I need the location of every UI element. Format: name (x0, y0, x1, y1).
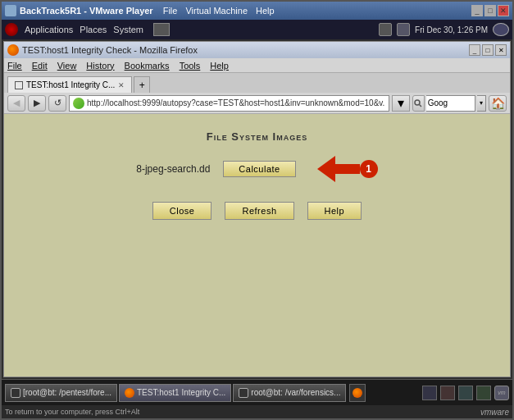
taskbar-label-1: TEST:host1 Integrity C... (137, 388, 225, 397)
ff-menubar: File Edit View History Bookmarks Tools H… (4, 58, 510, 73)
taskbar-item-0[interactable]: [root@bt: /pentest/fore... (5, 384, 117, 402)
close-button[interactable]: ✕ (498, 5, 509, 16)
tab-label: TEST:host1 Integrity C... (26, 80, 115, 89)
search-bar: ▾ (412, 95, 486, 112)
ff-tab-active[interactable]: TEST:host1 Integrity C... ✕ (7, 76, 132, 93)
tab-loading-icon (15, 81, 23, 89)
search-input[interactable] (426, 95, 475, 112)
ff-menu-file[interactable]: File (7, 61, 22, 71)
ff-toolbar: ◀ ▶ ↺ http://localhost:9999/autopsy?case… (4, 93, 510, 114)
taskbar-label-2: root@bt: /var/forensics... (251, 388, 340, 397)
tab-close-icon[interactable]: ✕ (118, 81, 125, 89)
calculate-button[interactable]: Calculate (223, 161, 295, 177)
bt-logo-icon (5, 23, 18, 36)
sys-icon-1 (422, 386, 437, 400)
refresh-button[interactable]: Refresh (225, 202, 293, 220)
sys-icon-4 (476, 386, 491, 400)
maximize-button[interactable]: □ (484, 5, 496, 16)
datetime-display: Fri Dec 30, 1:26 PM (415, 25, 488, 34)
image-row: 8-jpeg-search.dd Calculate 1 (136, 156, 377, 182)
dropdown-button[interactable]: ▾ (392, 95, 410, 112)
ff-menu-bookmarks[interactable]: Bookmarks (125, 61, 170, 71)
search-dropdown-button[interactable]: ▾ (477, 95, 486, 112)
network-icon (379, 23, 392, 36)
firefox-taskbar-icon[interactable] (349, 384, 366, 402)
arrow-annotation: 1 (317, 156, 378, 182)
action-buttons-row: Close Refresh Help (152, 202, 362, 220)
vmware-titlebar: BackTrack5R1 - VMware Player File Virtua… (2, 2, 512, 20)
user-icon (493, 23, 509, 36)
back-button[interactable]: ◀ (7, 95, 25, 112)
linux-taskbar: Applications Places System Fri Dec 30, 1… (2, 20, 512, 39)
taskbar-right: vm (422, 386, 509, 400)
firefox-window: TEST:host1 Integrity Check - Mozilla Fir… (3, 41, 511, 377)
vmware-menu-help[interactable]: Help (256, 6, 275, 16)
taskbar-item-1[interactable]: TEST:host1 Integrity C... (119, 384, 231, 402)
forward-button[interactable]: ▶ (28, 95, 46, 112)
mail-icon (397, 23, 410, 36)
vmware-title: BackTrack5R1 - VMware Player (20, 6, 153, 16)
search-svg (414, 99, 422, 107)
vmware-branding: vmware (480, 408, 509, 417)
vmware-menus: File Virtual Machine Help (163, 6, 275, 16)
svg-point-0 (415, 100, 420, 105)
ff-menu-help[interactable]: Help (210, 61, 229, 71)
ff-window-controls: _ □ ✕ (469, 44, 507, 56)
arrow-shaft (335, 164, 360, 174)
vmware-icon (5, 5, 16, 16)
vmware-icon-label: vm (498, 390, 505, 395)
ff-title-text: TEST:host1 Integrity Check - Mozilla Fir… (22, 45, 198, 55)
window-controls: _ □ ✕ (471, 5, 509, 16)
taskbar-item-2[interactable]: root@bt: /var/forensics... (233, 384, 346, 402)
places-menu[interactable]: Places (80, 25, 107, 34)
terminal-icon-2 (239, 388, 248, 398)
url-bar[interactable]: http://localhost:9999/autopsy?case=TEST&… (69, 95, 389, 112)
url-text: http://localhost:9999/autopsy?case=TEST&… (87, 98, 385, 107)
ff-maximize-button[interactable]: □ (482, 44, 494, 56)
page-title: File System Images (207, 130, 307, 143)
home-button[interactable]: 🏠 (489, 95, 507, 112)
ff-menu-view[interactable]: View (57, 61, 77, 71)
vmware-window: BackTrack5R1 - VMware Player File Virtua… (0, 0, 514, 420)
status-bar: To return to your computer, press Ctrl+A… (2, 405, 512, 418)
ff-icon-1 (125, 388, 134, 398)
vmware-menu-file[interactable]: File (163, 6, 178, 16)
applications-menu[interactable]: Applications (25, 25, 73, 34)
terminal-icon[interactable] (153, 23, 170, 36)
sys-icon-3 (458, 386, 473, 400)
taskbar-label-0: [root@bt: /pentest/fore... (23, 388, 111, 397)
vmware-menu-vm[interactable]: Virtual Machine (185, 6, 248, 16)
ff-menu-history[interactable]: History (86, 61, 114, 71)
firefox-icon (7, 44, 19, 56)
linux-bottom-taskbar: [root@bt: /pentest/fore... TEST:host1 In… (2, 379, 512, 405)
ff-close-button[interactable]: ✕ (495, 44, 507, 56)
system-menu[interactable]: System (113, 25, 143, 34)
linux-bar-right: Fri Dec 30, 1:26 PM (379, 23, 509, 36)
ff-tabs: TEST:host1 Integrity C... ✕ + (4, 73, 510, 93)
titlebar-left: BackTrack5R1 - VMware Player File Virtua… (5, 5, 275, 16)
reload-button[interactable]: ↺ (48, 95, 66, 112)
ff-titlebar: TEST:host1 Integrity Check - Mozilla Fir… (4, 42, 510, 58)
ff-menu-tools[interactable]: Tools (180, 61, 201, 71)
svg-line-1 (420, 104, 422, 107)
ssl-icon (73, 98, 84, 109)
annotation-number: 1 (360, 160, 378, 178)
terminal-icon-0 (11, 388, 20, 398)
ff-small-icon (353, 388, 362, 398)
vmware-small-icon: vm (494, 386, 509, 400)
status-text: To return to your computer, press Ctrl+A… (5, 408, 139, 416)
ff-menu-edit[interactable]: Edit (32, 61, 48, 71)
minimize-button[interactable]: _ (471, 5, 483, 16)
page-content: File System Images 8-jpeg-search.dd Calc… (4, 114, 510, 377)
help-button[interactable]: Help (307, 202, 362, 220)
new-tab-button[interactable]: + (134, 76, 150, 93)
sys-icon-2 (440, 386, 455, 400)
close-button[interactable]: Close (152, 202, 212, 220)
arrow-head-icon (317, 156, 335, 182)
ff-minimize-button[interactable]: _ (469, 44, 480, 56)
image-name-label: 8-jpeg-search.dd (136, 163, 210, 175)
search-icon (412, 95, 425, 112)
